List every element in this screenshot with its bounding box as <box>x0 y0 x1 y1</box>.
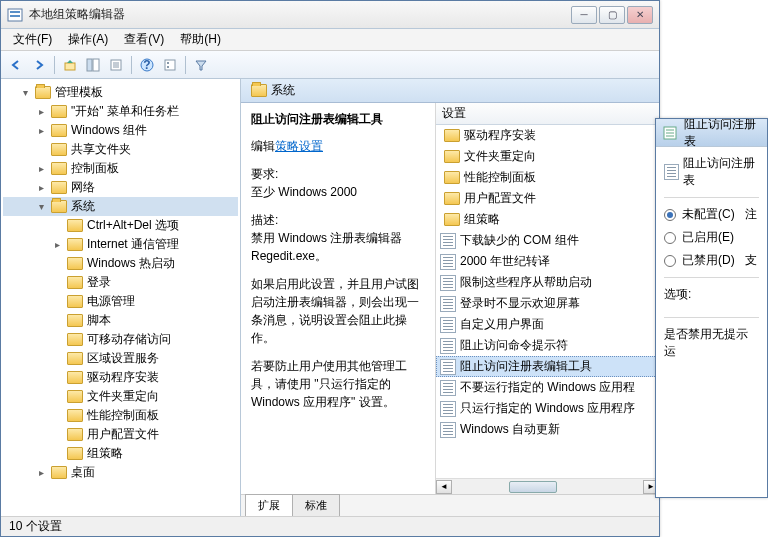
tree-item[interactable]: 共享文件夹 <box>3 140 238 159</box>
expand-icon[interactable]: ▸ <box>35 125 47 136</box>
description-column: 阻止访问注册表编辑工具 编辑策略设置 要求:至少 Windows 2000 描述… <box>241 103 436 494</box>
list-item[interactable]: 驱动程序安装 <box>436 125 659 146</box>
export-button[interactable] <box>105 54 127 76</box>
maximize-button[interactable]: ▢ <box>599 6 625 24</box>
list-item[interactable]: 阻止访问命令提示符 <box>436 335 659 356</box>
tree-item[interactable]: 区域设置服务 <box>3 349 238 368</box>
titlebar[interactable]: 本地组策略编辑器 ─ ▢ ✕ <box>1 1 659 29</box>
list-item[interactable]: 性能控制面板 <box>436 167 659 188</box>
path-label: 系统 <box>271 82 295 99</box>
tree-item[interactable]: 可移动存储访问 <box>3 330 238 349</box>
list-item[interactable]: 阻止访问注册表编辑工具 <box>436 356 659 377</box>
menu-file[interactable]: 文件(F) <box>5 29 60 50</box>
radio-disabled[interactable]: 已禁用(D) 支 <box>664 252 759 269</box>
expand-icon[interactable]: ▸ <box>35 106 47 117</box>
dialog-body: 阻止访问注册表 未配置(C) 注 已启用(E) 已禁用(D) 支 选项: 是否禁… <box>656 147 767 368</box>
expand-icon[interactable]: ▾ <box>35 201 47 212</box>
folder-icon <box>35 86 51 99</box>
tree-item[interactable]: Windows 热启动 <box>3 254 238 273</box>
dialog-titlebar[interactable]: 阻止访问注册表 <box>656 119 767 147</box>
tree-item[interactable]: 登录 <box>3 273 238 292</box>
list-item[interactable]: 用户配置文件 <box>436 188 659 209</box>
folder-icon <box>67 219 83 232</box>
forward-button[interactable] <box>28 54 50 76</box>
tree-item[interactable]: 用户配置文件 <box>3 425 238 444</box>
tree-label: 登录 <box>87 274 111 291</box>
tree-item[interactable]: ▸控制面板 <box>3 159 238 178</box>
list-item[interactable]: 不要运行指定的 Windows 应用程 <box>436 377 659 398</box>
tree-item[interactable]: 脚本 <box>3 311 238 330</box>
list-label: 下载缺少的 COM 组件 <box>460 232 579 249</box>
list-item[interactable]: 文件夹重定向 <box>436 146 659 167</box>
folder-icon <box>51 181 67 194</box>
list-item[interactable]: 限制这些程序从帮助启动 <box>436 272 659 293</box>
list-item[interactable]: 登录时不显示欢迎屏幕 <box>436 293 659 314</box>
up-button[interactable] <box>59 54 81 76</box>
folder-icon <box>51 200 67 213</box>
help-button[interactable]: ? <box>136 54 158 76</box>
tree-label: 用户配置文件 <box>87 426 159 443</box>
svg-rect-1 <box>10 11 20 13</box>
tree-pane[interactable]: ▾管理模板▸"开始" 菜单和任务栏▸Windows 组件共享文件夹▸控制面板▸网… <box>1 79 241 516</box>
scroll-left-button[interactable]: ◄ <box>436 480 452 494</box>
toolbar: ? <box>1 51 659 79</box>
menu-help[interactable]: 帮助(H) <box>172 29 229 50</box>
tree-label: 区域设置服务 <box>87 350 159 367</box>
scroll-track[interactable] <box>452 480 643 494</box>
list-body[interactable]: 驱动程序安装文件夹重定向性能控制面板用户配置文件组策略下载缺少的 COM 组件2… <box>436 125 659 478</box>
tab-standard[interactable]: 标准 <box>292 494 340 516</box>
edit-policy-link[interactable]: 策略设置 <box>275 138 323 155</box>
scroll-thumb[interactable] <box>509 481 557 493</box>
close-button[interactable]: ✕ <box>627 6 653 24</box>
minimize-button[interactable]: ─ <box>571 6 597 24</box>
menu-view[interactable]: 查看(V) <box>116 29 172 50</box>
desc-value: 禁用 Windows 注册表编辑器 Regedit.exe。 <box>251 231 402 263</box>
list-item[interactable]: 组策略 <box>436 209 659 230</box>
list-item[interactable]: Windows 自动更新 <box>436 419 659 440</box>
tab-extended[interactable]: 扩展 <box>245 494 293 516</box>
list-item[interactable]: 只运行指定的 Windows 应用程序 <box>436 398 659 419</box>
policy-icon <box>440 401 456 417</box>
menu-action[interactable]: 操作(A) <box>60 29 116 50</box>
policy-icon <box>440 275 456 291</box>
note-label: 注 <box>745 206 757 223</box>
tree-item[interactable]: ▾系统 <box>3 197 238 216</box>
tree-item[interactable]: 电源管理 <box>3 292 238 311</box>
expand-icon[interactable]: ▸ <box>35 467 47 478</box>
radio-enabled[interactable]: 已启用(E) <box>664 229 759 246</box>
expand-icon[interactable]: ▸ <box>51 239 63 250</box>
tree-item[interactable]: 组策略 <box>3 444 238 463</box>
svg-rect-9 <box>165 60 175 70</box>
tree-item[interactable]: ▸网络 <box>3 178 238 197</box>
tree-item[interactable]: ▸桌面 <box>3 463 238 482</box>
policy-icon <box>440 296 456 312</box>
back-button[interactable] <box>5 54 27 76</box>
list-label: 限制这些程序从帮助启动 <box>460 274 592 291</box>
tree-item[interactable]: ▾管理模板 <box>3 83 238 102</box>
status-text: 10 个设置 <box>9 518 62 535</box>
body-area: ▾管理模板▸"开始" 菜单和任务栏▸Windows 组件共享文件夹▸控制面板▸网… <box>1 79 659 516</box>
tree-item[interactable]: 驱动程序安装 <box>3 368 238 387</box>
radio-not-configured[interactable]: 未配置(C) 注 <box>664 206 759 223</box>
show-tree-button[interactable] <box>82 54 104 76</box>
tree-item[interactable]: ▸Internet 通信管理 <box>3 235 238 254</box>
policy-icon <box>664 164 679 180</box>
list-item[interactable]: 自定义用户界面 <box>436 314 659 335</box>
tree-item[interactable]: 文件夹重定向 <box>3 387 238 406</box>
list-item[interactable]: 下载缺少的 COM 组件 <box>436 230 659 251</box>
list-item[interactable]: 2000 年世纪转译 <box>436 251 659 272</box>
tree-item[interactable]: Ctrl+Alt+Del 选项 <box>3 216 238 235</box>
properties-button[interactable] <box>159 54 181 76</box>
list-label: 只运行指定的 Windows 应用程序 <box>460 400 635 417</box>
folder-icon <box>67 295 83 308</box>
list-header[interactable]: 设置 <box>436 103 659 125</box>
tree-item[interactable]: ▸"开始" 菜单和任务栏 <box>3 102 238 121</box>
tree-item[interactable]: ▸Windows 组件 <box>3 121 238 140</box>
tree-item[interactable]: 性能控制面板 <box>3 406 238 425</box>
expand-icon[interactable]: ▸ <box>35 163 47 174</box>
expand-icon[interactable]: ▾ <box>19 87 31 98</box>
radio-label: 未配置(C) <box>682 206 735 223</box>
filter-button[interactable] <box>190 54 212 76</box>
horizontal-scrollbar[interactable]: ◄ ► <box>436 478 659 494</box>
expand-icon[interactable]: ▸ <box>35 182 47 193</box>
